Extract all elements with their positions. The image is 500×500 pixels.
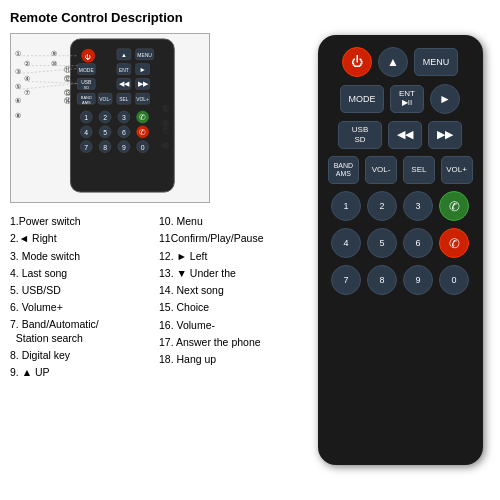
svg-text:►: ► [139,66,146,73]
key-8-button[interactable]: 8 [367,265,397,295]
page-title: Remote Control Description [10,10,300,25]
svg-text:MODE: MODE [79,68,95,73]
svg-text:◀◀: ◀◀ [119,80,130,87]
desc-col-left: 1.Power switch 2.◄ Right 3. Mode switch … [10,213,151,381]
svg-text:⑰: ⑰ [162,127,169,134]
desc-13: 13. ▼ Under the [159,265,300,281]
desc-2: 2.◄ Right [10,230,151,246]
svg-text:MENU: MENU [137,53,152,58]
svg-text:7: 7 [84,144,88,151]
svg-text:▲: ▲ [121,52,127,58]
desc-9: 9. ▲ UP [10,364,151,380]
svg-text:⏻: ⏻ [85,54,91,60]
svg-text:⑦: ⑦ [24,89,30,96]
remote-row-7: 7 8 9 0 [328,265,473,295]
svg-text:⑮: ⑮ [162,105,169,112]
menu-button[interactable]: MENU [414,48,458,76]
vol-minus-button[interactable]: VOL- [365,156,397,184]
remote-row-5: 1 2 3 ✆ [328,191,473,221]
remote-row-1: ⏻ ▲ MENU [328,47,473,77]
key-1-button[interactable]: 1 [331,191,361,221]
remote-body: ⏻ ▲ MENU MODE ENT▶II ► USBSD ◀◀ ▶▶ BANDA… [318,35,483,465]
svg-text:4: 4 [84,129,88,136]
svg-text:AMS: AMS [82,100,91,105]
svg-text:⑬: ⑬ [64,89,71,96]
svg-text:⑱: ⑱ [162,142,169,149]
svg-text:8: 8 [103,144,107,151]
desc-16: 16. Volume- [159,317,300,333]
remote-row-6: 4 5 6 ✆ [328,228,473,258]
svg-text:⑫: ⑫ [64,75,71,82]
power-button[interactable]: ⏻ [342,47,372,77]
desc-5: 5. USB/SD [10,282,151,298]
ent-button[interactable]: ENT▶II [390,85,424,113]
desc-12: 12. ► Left [159,248,300,264]
prev-button[interactable]: ◀◀ [388,121,422,149]
desc-15: 15. Choice [159,299,300,315]
key-4-button[interactable]: 4 [331,228,361,258]
svg-text:SD: SD [84,85,90,90]
key-7-button[interactable]: 7 [331,265,361,295]
svg-text:2: 2 [103,114,107,121]
key-2-button[interactable]: 2 [367,191,397,221]
key-9-button[interactable]: 9 [403,265,433,295]
hangup-button[interactable]: ✆ [439,228,469,258]
sel-button[interactable]: SEL [403,156,435,184]
desc-col-right: 10. Menu 11Confirm/Play/Pause 12. ► Left… [159,213,300,381]
svg-text:✆: ✆ [139,113,146,122]
desc-11: 11Confirm/Play/Pause [159,230,300,246]
description-list: 1.Power switch 2.◄ Right 3. Mode switch … [10,213,300,381]
svg-text:0: 0 [141,144,145,151]
svg-text:▶▶: ▶▶ [138,80,149,87]
key-0-button[interactable]: 0 [439,265,469,295]
svg-text:1: 1 [84,114,88,121]
remote-row-2: MODE ENT▶II ► [328,84,473,114]
band-button[interactable]: BANDAMS [328,156,360,184]
svg-text:ENT: ENT [119,68,129,73]
svg-text:⑭: ⑭ [64,97,71,104]
remote-row-4: BANDAMS VOL- SEL VOL+ [328,156,473,184]
svg-text:⑧: ⑧ [15,112,21,119]
svg-text:5: 5 [103,129,107,136]
desc-18: 18. Hang up [159,351,300,367]
key-6-button[interactable]: 6 [403,228,433,258]
next-button[interactable]: ▶▶ [428,121,462,149]
key-5-button[interactable]: 5 [367,228,397,258]
desc-8: 8. Digital key [10,347,151,363]
desc-17: 17. Answer the phone [159,334,300,350]
desc-10: 10. Menu [159,213,300,229]
svg-text:9: 9 [122,144,126,151]
svg-text:VOL+: VOL+ [136,97,149,102]
desc-14: 14. Next song [159,282,300,298]
desc-3: 3. Mode switch [10,248,151,264]
svg-text:SEL: SEL [119,97,129,102]
right-button[interactable]: ► [430,84,460,114]
svg-text:⑥: ⑥ [15,97,21,104]
svg-text:3: 3 [122,114,126,121]
remote-visual: ⏻ ▲ MENU MODE ENT▶II ► USBSD ◀◀ ▶▶ BANDA… [310,10,490,490]
remote-diagram: ⏻ ▲ MENU MODE ENT ► USB SD ◀◀ [10,33,210,203]
svg-text:✆: ✆ [139,128,146,137]
answer-button[interactable]: ✆ [439,191,469,221]
svg-text:⑪: ⑪ [64,66,71,73]
usb-sd-button[interactable]: USBSD [338,121,382,149]
remote-row-3: USBSD ◀◀ ▶▶ [328,121,473,149]
desc-1: 1.Power switch [10,213,151,229]
key-3-button[interactable]: 3 [403,191,433,221]
vol-plus-button[interactable]: VOL+ [441,156,473,184]
up-button[interactable]: ▲ [378,47,408,77]
desc-7: 7. Band/Automatic/ Station search [10,317,151,346]
desc-4: 4. Last song [10,265,151,281]
svg-text:6: 6 [122,129,126,136]
desc-6: 6. Volume+ [10,299,151,315]
svg-text:VOL-: VOL- [99,97,111,102]
mode-button[interactable]: MODE [340,85,384,113]
